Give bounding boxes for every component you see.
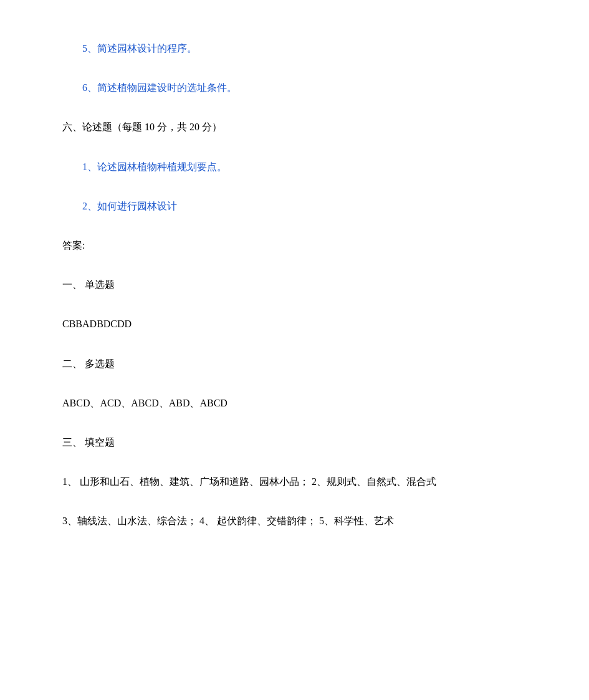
answers-label-block: 答案:: [62, 234, 527, 256]
answer-section-1-content: CBBADBDCDD: [62, 313, 527, 335]
question-5: 5、简述园林设计的程序。: [62, 37, 527, 59]
section-6-title: 六、论述题（每题 10 分，共 20 分）: [62, 116, 527, 138]
answers-label: 答案:: [62, 234, 527, 256]
answer-section-2: 二、 多选题: [62, 353, 527, 375]
fill-answer-1: 1、 山形和山石、植物、建筑、广场和道路、园林小品； 2、规则式、自然式、混合式: [62, 471, 527, 492]
section-6-q1-text: 1、论述园林植物种植规划要点。: [62, 156, 527, 178]
answer-section-3-title: 三、 填空题: [62, 431, 527, 453]
answer-section-1: 一、 单选题: [62, 274, 527, 295]
question-5-text: 5、简述园林设计的程序。: [62, 37, 527, 59]
question-6: 6、简述植物园建设时的选址条件。: [62, 77, 527, 98]
answer-section-2-content: ABCD、ACD、ABCD、ABD、ABCD: [62, 392, 527, 414]
section-6-q2-text: 2、如何进行园林设计: [62, 195, 527, 217]
answer-section-1-answers: CBBADBDCDD: [62, 313, 527, 335]
section-6-q1: 1、论述园林植物种植规划要点。: [62, 156, 527, 178]
answer-section-2-answers: ABCD、ACD、ABCD、ABD、ABCD: [62, 392, 527, 414]
answer-section-1-title: 一、 单选题: [62, 274, 527, 295]
main-content: 5、简述园林设计的程序。 6、简述植物园建设时的选址条件。 六、论述题（每题 1…: [62, 37, 527, 532]
answer-section-3: 三、 填空题: [62, 431, 527, 453]
answer-section-2-title: 二、 多选题: [62, 353, 527, 375]
fill-answer-2: 3、轴线法、山水法、综合法； 4、 起伏韵律、交错韵律； 5、科学性、艺术: [62, 510, 527, 532]
question-6-text: 6、简述植物园建设时的选址条件。: [62, 77, 527, 98]
fill-answer-1-text: 1、 山形和山石、植物、建筑、广场和道路、园林小品； 2、规则式、自然式、混合式: [62, 471, 527, 492]
section-6-q2: 2、如何进行园林设计: [62, 195, 527, 217]
section-6-header: 六、论述题（每题 10 分，共 20 分）: [62, 116, 527, 138]
fill-answer-2-text: 3、轴线法、山水法、综合法； 4、 起伏韵律、交错韵律； 5、科学性、艺术: [62, 510, 527, 532]
